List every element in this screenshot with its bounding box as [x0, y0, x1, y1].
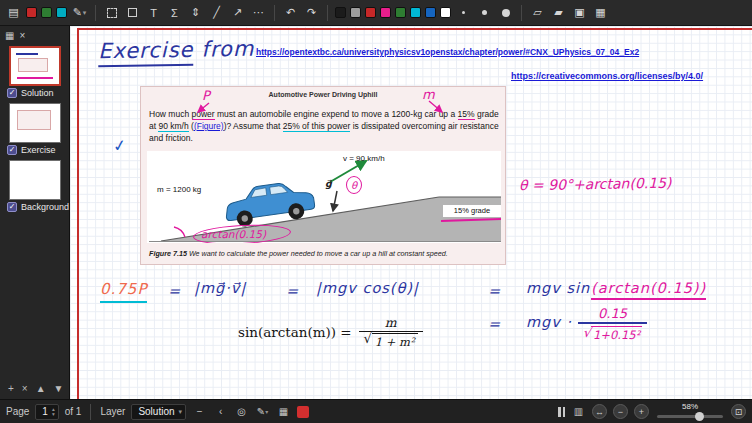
thickness-medium-button[interactable] — [476, 4, 493, 22]
heading-note: Exercisefrom — [98, 37, 255, 64]
move-layer-up-button[interactable]: ▲ — [36, 383, 46, 394]
layer-checkbox[interactable]: ✓ — [7, 202, 17, 212]
add-layer-button[interactable]: + — [8, 383, 14, 394]
select-rect-icon — [107, 8, 117, 18]
radical-sign: √ — [583, 326, 591, 339]
thickness-thick-button[interactable] — [497, 4, 514, 22]
toolbar-divider — [327, 5, 328, 21]
radical-sign: √ — [364, 333, 372, 345]
figure-link[interactable]: (Figure) — [194, 121, 224, 131]
text-tool-button[interactable]: T — [145, 4, 162, 22]
layer-checkbox[interactable]: ✓ — [7, 88, 17, 98]
redo-button[interactable]: ↷ — [303, 4, 320, 22]
problem-figure: Automotive Power Driving Uphill How much… — [140, 86, 506, 265]
canvas-viewport[interactable]: Exercisefrom https://opentextbc.ca/unive… — [70, 26, 752, 399]
image-tool-button[interactable]: ▣ — [571, 4, 588, 22]
layer-row-exercise[interactable]: ✓ Exercise — [0, 144, 69, 157]
layer-thumbnail[interactable] — [9, 103, 61, 143]
layer-row-background[interactable]: ✓ Background — [0, 201, 69, 214]
zoom-out-button[interactable]: − — [613, 404, 628, 419]
grid-snap-button[interactable]: ▦ — [592, 4, 609, 22]
zoom-fit-button[interactable]: ↔ — [592, 404, 607, 419]
color-swatch-red2[interactable] — [365, 7, 376, 18]
equals-sign: = — [488, 283, 501, 299]
spin-down-icon[interactable]: ▾ — [52, 412, 55, 417]
grade-label: 15% grade — [443, 205, 501, 217]
color-swatch-magenta[interactable] — [380, 7, 391, 18]
layer-label: Solution — [21, 88, 54, 98]
layer-thumbnail[interactable] — [9, 160, 61, 200]
chevron-down-icon: ▾ — [83, 9, 87, 17]
color-swatch-white[interactable] — [440, 7, 451, 18]
color-swatch-blue[interactable] — [425, 7, 436, 18]
shape-tool-button[interactable] — [124, 4, 141, 22]
more-tools-button[interactable]: ⋯ — [250, 4, 267, 22]
collapse-layer-button[interactable]: − — [192, 404, 207, 420]
line-tool-button[interactable]: ╱ — [208, 4, 225, 22]
zoom-in-button[interactable]: + — [634, 404, 649, 419]
sidebar-toggle-icon[interactable]: ▤ — [5, 4, 22, 22]
move-layer-down-button[interactable]: ▼ — [54, 383, 64, 394]
layer-select-value: Solution — [138, 406, 174, 417]
figure-caption: Figure 7.15 We want to calculate the pow… — [149, 249, 501, 258]
color-swatch-green2[interactable] — [395, 7, 406, 18]
color-palette-button[interactable]: ▦ — [276, 404, 291, 420]
zoom-slider[interactable] — [657, 411, 723, 421]
layer-select[interactable]: Solution ▾ — [131, 404, 186, 420]
caption-text: We want to calculate the power needed to… — [187, 249, 448, 258]
pages-view-icon[interactable]: ▥ — [571, 404, 586, 420]
highlighter-tool-button[interactable]: ▰ — [550, 4, 567, 22]
select-tool-button[interactable] — [103, 4, 120, 22]
work-sin-arg: (arctan(0.15)) — [591, 280, 706, 300]
formula-lhs: sin(arctan(m)) = — [238, 324, 352, 340]
color-swatch-lightblue[interactable] — [410, 7, 421, 18]
p-annotation: P — [202, 88, 210, 103]
problem-segment: )? Assume that — [224, 121, 283, 131]
link-cc-license[interactable]: https://creativecommons.org/licenses/by/… — [511, 71, 703, 81]
dual-page-view-icon[interactable] — [558, 407, 565, 417]
statusbar-divider — [90, 404, 91, 420]
problem-segment-power: power — [192, 109, 215, 120]
color-swatch-cyan[interactable] — [56, 7, 67, 18]
medium-dot-icon — [482, 10, 487, 15]
fullscreen-button[interactable]: ⊡ — [731, 404, 746, 419]
sidebar-close-icon[interactable]: × — [19, 30, 25, 41]
layer-thumbnail[interactable] — [9, 46, 61, 86]
arrow-tool-button[interactable]: ↗ — [229, 4, 246, 22]
theta-equation-note: θ = 90°+arctan(0.15) — [519, 175, 672, 194]
theta-angle-label: θ — [346, 176, 362, 194]
layer-row-solution[interactable]: ✓ Solution — [0, 87, 69, 100]
layer-preview-sidebar: ▦ × ✓ Solution ✓ Exercise ✓ — [0, 26, 70, 399]
layer-checkbox[interactable]: ✓ — [7, 145, 17, 155]
active-pen-color-icon[interactable] — [297, 406, 309, 418]
previous-annotation-button[interactable]: ‹ — [213, 404, 228, 420]
grade-underline-annotation — [441, 218, 501, 222]
math-tool-button[interactable]: Σ — [166, 4, 183, 22]
toolbar-divider — [95, 5, 96, 21]
delete-layer-button[interactable]: × — [22, 383, 28, 394]
undo-button[interactable]: ↶ — [282, 4, 299, 22]
link-opentextbc[interactable]: https://opentextbc.ca/universityphysicsv… — [256, 47, 639, 57]
pen-tool-button[interactable]: ✎ ▾ — [71, 4, 88, 22]
thickness-fine-button[interactable] — [455, 4, 472, 22]
tool-pen-dropdown[interactable]: ✎▾ — [255, 404, 270, 420]
zoom-slider-knob[interactable] — [695, 412, 704, 421]
app-window: ▤ ✎ ▾ T Σ ⇕ ╱ ↗ ⋯ ↶ ↷ ▱ ▰ ▣ ▦ — [0, 0, 752, 423]
m-annotation: m — [422, 87, 435, 102]
zoom-control: 58% — [655, 403, 725, 421]
color-swatch-red[interactable] — [26, 7, 37, 18]
figure-title: Automotive Power Driving Uphill — [141, 91, 505, 98]
eraser-tool-button[interactable]: ▱ — [529, 4, 546, 22]
sidebar-panel-icon[interactable]: ▦ — [5, 30, 14, 41]
color-swatch-black[interactable] — [335, 7, 346, 18]
fine-dot-icon — [462, 11, 465, 14]
color-swatch-green[interactable] — [41, 7, 52, 18]
goto-page-button[interactable]: ◎ — [234, 404, 249, 420]
page-spinner[interactable]: 1 ▴▾ — [35, 404, 58, 420]
page-label: Page — [6, 406, 29, 417]
vertical-space-tool-button[interactable]: ⇕ — [187, 4, 204, 22]
top-toolbar: ▤ ✎ ▾ T Σ ⇕ ╱ ↗ ⋯ ↶ ↷ ▱ ▰ ▣ ▦ — [0, 0, 752, 26]
color-swatch-gray[interactable] — [350, 7, 361, 18]
problem-segment-grade: 15% — [458, 109, 475, 120]
radicand: 1 + m² — [372, 333, 418, 349]
